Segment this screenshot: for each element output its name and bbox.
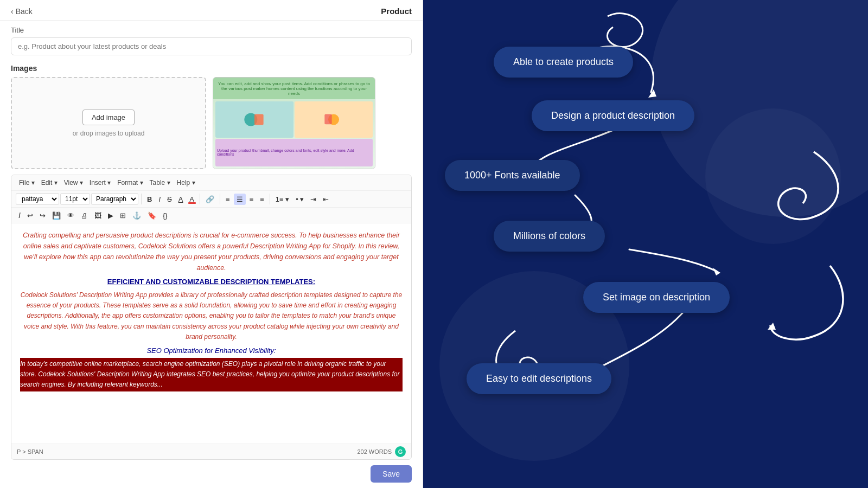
editor-paragraph3: In today's competitive online marketplac…	[20, 358, 403, 391]
format-selector[interactable]: Paragraph	[91, 193, 138, 205]
font-color-button[interactable]: A	[187, 194, 197, 205]
bottom-bar: Save	[0, 460, 423, 488]
unordered-list-button[interactable]: • ▾	[293, 194, 307, 205]
images-row: Add image or drop images to upload You c…	[11, 77, 412, 169]
right-panel: Able to create products Design a product…	[423, 0, 868, 488]
feature-bubble-6: Easy to edit descriptions	[467, 363, 611, 394]
align-center-button[interactable]: ☰	[234, 194, 246, 205]
editor-footer: P > SPAN 202 WORDS G	[11, 444, 411, 459]
deco-circle-3	[705, 108, 841, 244]
media-button[interactable]: ▶	[105, 210, 116, 221]
align-right-button[interactable]: ≡	[247, 194, 257, 205]
menu-insert[interactable]: Insert ▾	[86, 177, 114, 188]
separator2	[200, 194, 200, 204]
image-button[interactable]: 🖼	[92, 210, 104, 221]
svg-marker-7	[713, 268, 720, 275]
images-section: Images Add image or drop images to uploa…	[0, 60, 423, 175]
save2-button[interactable]: 💾	[49, 210, 63, 221]
strikethrough-button[interactable]: S	[164, 194, 175, 205]
editor-paragraph2: Codelock Solutions' Description Writing …	[20, 290, 403, 342]
bookmark-button[interactable]: 🔖	[145, 210, 159, 221]
indent-button[interactable]: ⇥	[308, 194, 319, 205]
editor-content[interactable]: Crafting compelling and persuasive produ…	[11, 223, 411, 444]
editor-path: P > SPAN	[17, 448, 43, 455]
image-upload-box[interactable]: Add image or drop images to upload	[11, 77, 206, 169]
product-label: Product	[381, 7, 412, 16]
anchor-button[interactable]: ⚓	[130, 210, 144, 221]
editor-area: File ▾ Edit ▾ View ▾ Insert ▾ Format ▾ T…	[11, 175, 412, 460]
drop-text: or drop images to upload	[73, 130, 145, 137]
preview-cell-1	[215, 101, 293, 138]
preview-button[interactable]: 👁	[65, 210, 77, 221]
font-selector[interactable]: pattaya	[16, 193, 59, 205]
print-button[interactable]: 🖨	[78, 210, 91, 221]
image-preview-box: You can edit, add and show your post ite…	[213, 77, 375, 169]
preview-top-text: You can edit, add and show your post ite…	[213, 81, 375, 96]
toolbar-row1: pattaya 11pt Paragraph B I S A A 🔗 ≡ ☰ ≡…	[11, 191, 411, 208]
grammarly-icon: G	[395, 446, 406, 457]
feature-bubble-1: Able to create products	[494, 47, 633, 78]
outdent-button[interactable]: ⇤	[320, 194, 331, 205]
feature-bubble-5: Set image on description	[583, 282, 730, 313]
preview-cell-bottom: Upload your product thumbnail, change co…	[215, 139, 373, 167]
editor-paragraph1: Crafting compelling and persuasive produ…	[20, 230, 403, 273]
top-bar: ‹ Back Product	[0, 0, 423, 21]
separator4	[270, 194, 270, 204]
feature-bubble-2: Design a product description	[532, 100, 694, 131]
link-button[interactable]: 🔗	[203, 194, 217, 205]
word-count: 202 WORDS	[357, 448, 392, 455]
back-label: Back	[16, 7, 33, 16]
title-input[interactable]	[11, 37, 412, 55]
italic2-button[interactable]: I	[16, 209, 23, 221]
editor-seo-heading: SEO Optimization for Enhanced Visibility…	[20, 346, 403, 355]
table-button[interactable]: ⊞	[117, 210, 129, 221]
svg-rect-3	[324, 114, 331, 124]
separator	[141, 194, 142, 204]
editor-heading1: Efficient and Customizable Description T…	[20, 278, 403, 286]
back-chevron-icon: ‹	[11, 7, 14, 16]
align-left-button[interactable]: ≡	[223, 194, 233, 205]
menu-format[interactable]: Format ▾	[114, 177, 146, 188]
menu-edit[interactable]: Edit ▾	[38, 177, 61, 188]
feature-bubble-4: Millions of colors	[494, 221, 605, 252]
code-button[interactable]: {}	[160, 210, 170, 221]
bold-button[interactable]: B	[144, 194, 155, 205]
feature-bubble-3: 1000+ Fonts available	[445, 160, 580, 191]
menu-help[interactable]: Help ▾	[174, 177, 199, 188]
ordered-list-button[interactable]: 1≡ ▾	[273, 194, 292, 205]
redo-button[interactable]: ↪	[37, 210, 48, 221]
save-button[interactable]: Save	[371, 465, 412, 483]
svg-marker-8	[768, 323, 776, 330]
undo-button[interactable]: ↩	[24, 210, 36, 221]
toolbar-row2: I ↩ ↪ 💾 👁 🖨 🖼 ▶ ⊞ ⚓ 🔖 {}	[11, 208, 411, 223]
menu-file[interactable]: File ▾	[16, 177, 38, 188]
menu-bar: File ▾ Edit ▾ View ▾ Insert ▾ Format ▾ T…	[11, 175, 411, 191]
align-justify-button[interactable]: ≡	[257, 194, 267, 205]
add-image-button[interactable]: Add image	[82, 110, 135, 125]
menu-table[interactable]: Table ▾	[146, 177, 174, 188]
italic-button[interactable]: I	[156, 194, 163, 205]
size-selector[interactable]: 11pt	[60, 193, 90, 205]
title-label: Title	[11, 26, 412, 34]
images-label: Images	[11, 64, 412, 73]
back-button[interactable]: ‹ Back	[11, 7, 33, 16]
separator3	[220, 194, 220, 204]
menu-view[interactable]: View ▾	[61, 177, 86, 188]
svg-rect-1	[254, 114, 264, 125]
left-panel: ‹ Back Product Title Images Add image or…	[0, 0, 423, 488]
underline-button[interactable]: A	[176, 194, 186, 205]
preview-cell-2	[295, 101, 373, 138]
title-section: Title	[0, 21, 423, 60]
